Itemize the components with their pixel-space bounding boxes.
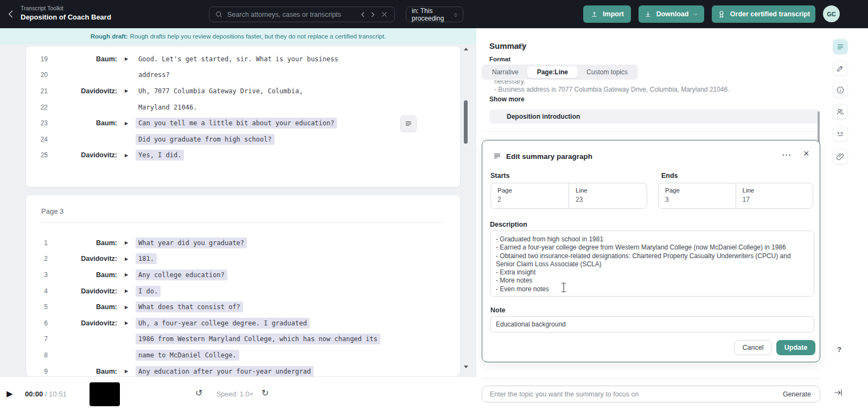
search-prev-icon[interactable]: [359, 10, 367, 19]
search-clear-icon[interactable]: [380, 10, 389, 19]
line-text: Can you tell me a little bit about your …: [136, 118, 337, 129]
play-line-icon[interactable]: ▶: [117, 121, 136, 126]
summary-preview-line: necessary.: [494, 80, 798, 86]
paperclip-icon[interactable]: [833, 149, 848, 164]
line-field-label: Line: [743, 187, 807, 194]
highlighter-icon[interactable]: [833, 61, 848, 76]
right-icon-rail: ?: [826, 28, 868, 410]
line-number: 25: [26, 151, 48, 159]
info-icon[interactable]: [518, 42, 525, 50]
description-textarea[interactable]: - Graduated from high school in 1981 - E…: [490, 230, 814, 297]
transcript-line: 5 Baum: ▶ What does that consist of?: [26, 299, 460, 315]
generate-input-row: Generate: [482, 386, 820, 402]
search-icon: [215, 10, 223, 18]
tab-narrative[interactable]: Narrative: [483, 66, 527, 78]
speaker-label: Baum:: [48, 119, 117, 127]
line-text: Maryland 21046.: [136, 102, 200, 113]
starts-line-field[interactable]: Line 23: [569, 183, 647, 208]
show-more-link[interactable]: Show more: [489, 95, 529, 103]
speaker-label: Baum:: [48, 55, 117, 63]
current-time: 00:00: [25, 390, 43, 398]
tab-custom-topics[interactable]: Custom topics: [578, 66, 636, 78]
transcript-line: 9 Baum: ▶ Any education after your four-…: [26, 363, 460, 376]
info-icon[interactable]: [833, 82, 848, 98]
order-certified-transcript-button[interactable]: Order certified transcript: [712, 5, 815, 23]
play-line-icon[interactable]: ▶: [117, 56, 136, 61]
play-line-icon[interactable]: ▶: [117, 88, 136, 93]
forward-icon[interactable]: ↻: [261, 388, 269, 398]
player-time: 00:00 / 10:51: [25, 390, 67, 398]
download-icon: [644, 10, 652, 18]
search-box[interactable]: [209, 7, 395, 22]
import-button[interactable]: Import: [583, 5, 631, 23]
video-thumbnail[interactable]: [90, 382, 120, 406]
cancel-button[interactable]: Cancel: [734, 340, 772, 355]
line-number: 7: [26, 335, 48, 343]
search-next-icon[interactable]: [368, 10, 377, 19]
search-scope-select[interactable]: in: This proceeding: [406, 7, 463, 22]
update-button[interactable]: Update: [776, 340, 815, 355]
play-line-icon[interactable]: ▶: [117, 272, 136, 277]
play-line-icon[interactable]: ▶: [117, 369, 136, 374]
play-line-icon[interactable]: ▶: [117, 240, 136, 245]
play-line-icon[interactable]: ▶: [117, 289, 136, 293]
tab-page-line[interactable]: Page:Line: [527, 66, 578, 78]
download-button[interactable]: Download: [639, 5, 704, 23]
edit-summary-card: Edit summary paragraph ⋯ × Starts Ends P…: [482, 140, 820, 362]
people-icon[interactable]: [833, 104, 848, 119]
line-number: 21: [26, 87, 48, 95]
ends-page-field[interactable]: Page 3: [659, 183, 736, 208]
download-label: Download: [656, 10, 689, 18]
transcript-page-card-3: Page 3 1 Baum: ▶ What year did you gradu…: [26, 195, 460, 376]
transcript-page-card-2: 19 Baum: ▶ Good. Let's get started, sir.…: [26, 47, 460, 187]
edit-card-title: Edit summary paragraph: [506, 152, 592, 161]
page-divider: [41, 222, 445, 223]
rough-draft-banner: Rough draft: Rough drafts help you revie…: [0, 28, 476, 44]
transcript-line: 7 ▶ 1986 from Western Maryland College, …: [26, 331, 460, 348]
upload-icon: [590, 10, 598, 18]
rewind-icon[interactable]: ↺: [195, 388, 202, 398]
speaker-label: Baum:: [48, 271, 117, 279]
generate-button[interactable]: Generate: [783, 390, 811, 398]
starts-page-field[interactable]: Page 2: [491, 183, 569, 208]
line-number: 22: [26, 104, 48, 111]
bottom-divider: [482, 378, 820, 379]
summary-preview-line: - Business address is 7077 Columbia Gate…: [494, 86, 798, 94]
back-icon[interactable]: [5, 9, 16, 20]
clip-summary-icon[interactable]: [833, 126, 848, 142]
topic-input[interactable]: [482, 390, 783, 398]
description-label: Description: [490, 221, 527, 228]
format-label: Format: [489, 56, 510, 62]
summary-card-edge: [482, 131, 820, 132]
summary-note-icon[interactable]: [400, 116, 417, 132]
search-input[interactable]: [227, 11, 359, 18]
starts-page-value: 2: [497, 196, 562, 203]
player-play-icon[interactable]: ▶: [7, 389, 13, 399]
avatar[interactable]: GC: [823, 5, 840, 22]
close-icon[interactable]: ×: [803, 148, 809, 159]
play-line-icon[interactable]: ▶: [117, 257, 136, 261]
play-line-icon[interactable]: ▶: [117, 153, 136, 158]
overflow-menu-icon[interactable]: ⋯: [782, 149, 791, 161]
summary-preview: necessary. - Business address is 7077 Co…: [494, 80, 798, 95]
page-field-label: Page: [665, 187, 729, 194]
scroll-down-arrow[interactable]: [464, 366, 468, 368]
line-text: Any education after your four-year under…: [136, 366, 314, 376]
paragraph-lines-icon: [493, 152, 501, 160]
play-line-icon[interactable]: ▶: [117, 305, 136, 310]
speaker-label: Davidovitz:: [48, 319, 117, 327]
note-input[interactable]: [490, 316, 814, 332]
help-icon[interactable]: ?: [837, 345, 841, 354]
ends-line-field[interactable]: Line 17: [736, 183, 813, 208]
ends-label: Ends: [661, 172, 678, 180]
play-line-icon[interactable]: ▶: [117, 321, 136, 325]
collapse-panel-icon[interactable]: [833, 388, 843, 398]
line-number: 5: [26, 303, 48, 311]
scroll-up-arrow[interactable]: [464, 48, 468, 50]
playback-speed[interactable]: Speed: 1.0×: [216, 390, 253, 398]
transcript-scrollbar-thumb[interactable]: [464, 100, 468, 144]
line-text: Uh, a four-year college degree. I gradua…: [136, 318, 310, 329]
summary-icon[interactable]: [833, 39, 848, 54]
app-title: Transcript Toolkit: [21, 5, 111, 11]
section-deposition-introduction[interactable]: Deposition introduction: [489, 110, 819, 124]
